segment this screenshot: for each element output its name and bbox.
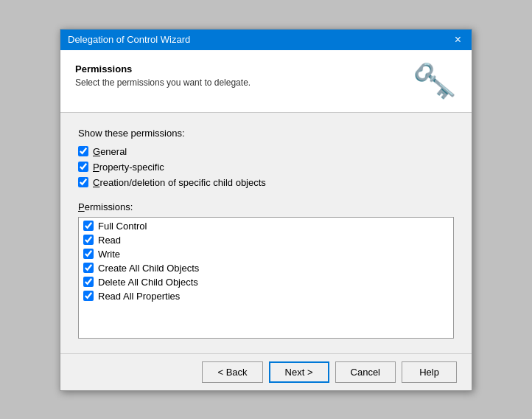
header-subtitle: Select the permissions you want to deleg…: [75, 77, 251, 88]
write-label[interactable]: Write: [98, 249, 120, 260]
list-item: Delete All Child Objects: [79, 275, 453, 289]
list-item: Read All Properties: [79, 289, 453, 303]
next-button[interactable]: Next >: [269, 361, 329, 383]
read-label[interactable]: Read: [98, 235, 121, 246]
dialog-title: Delegation of Control Wizard: [68, 34, 190, 45]
list-item: Read: [79, 233, 453, 247]
cancel-button[interactable]: Cancel: [335, 361, 396, 383]
readall-label[interactable]: Read All Properties: [98, 291, 180, 302]
permissions-listbox[interactable]: Full Control Read Write Create All Child…: [78, 217, 454, 339]
help-button[interactable]: Help: [402, 361, 457, 383]
creation-checkbox[interactable]: [78, 177, 88, 187]
general-checkbox-item: General: [78, 146, 454, 157]
list-item: Full Control: [79, 219, 453, 233]
general-checkbox[interactable]: [78, 146, 88, 156]
header-text: Permissions Select the permissions you w…: [75, 63, 251, 88]
read-checkbox[interactable]: [83, 235, 94, 245]
close-button[interactable]: ×: [452, 34, 464, 46]
list-item: Write: [79, 247, 453, 261]
title-bar: Delegation of Control Wizard ×: [60, 30, 472, 50]
dialog-window: Delegation of Control Wizard × Permissio…: [60, 29, 472, 391]
fullcontrol-checkbox[interactable]: [83, 221, 94, 231]
list-item: Create All Child Objects: [79, 261, 453, 275]
property-checkbox[interactable]: [78, 162, 88, 172]
property-label[interactable]: Property-specific: [93, 162, 164, 173]
createall-checkbox[interactable]: [83, 263, 94, 273]
property-checkbox-item: Property-specific: [78, 162, 454, 173]
filter-checkboxes: General Property-specific Creation/delet…: [78, 146, 454, 188]
readall-checkbox[interactable]: [83, 291, 94, 301]
deleteall-checkbox[interactable]: [83, 277, 94, 287]
header-title: Permissions: [75, 63, 251, 75]
content-area: Show these permissions: General Property…: [60, 113, 472, 353]
creation-label[interactable]: Creation/deletion of specific child obje…: [93, 177, 266, 188]
permissions-section-label: Permissions:: [78, 201, 454, 212]
header-section: Permissions Select the permissions you w…: [60, 50, 472, 113]
creation-checkbox-item: Creation/deletion of specific child obje…: [78, 177, 454, 188]
general-label[interactable]: General: [93, 146, 127, 157]
fullcontrol-label[interactable]: Full Control: [98, 221, 147, 232]
footer: < Back Next > Cancel Help: [60, 353, 472, 390]
keys-icon: 🗝️: [413, 60, 457, 102]
deleteall-label[interactable]: Delete All Child Objects: [98, 277, 198, 288]
createall-label[interactable]: Create All Child Objects: [98, 263, 199, 274]
show-permissions-label: Show these permissions:: [78, 128, 454, 139]
back-button[interactable]: < Back: [202, 361, 262, 383]
write-checkbox[interactable]: [83, 249, 94, 259]
